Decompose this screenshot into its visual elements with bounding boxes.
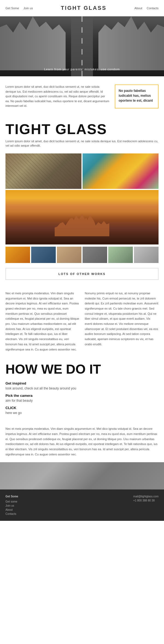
big-title: TIGHT GLASS [5,122,159,136]
hero-road [71,16,93,76]
nav-get-some[interactable]: Get Some [5,7,19,10]
nav-about[interactable]: About [134,7,142,10]
navigation: Get Some Join us TIGHT GLASS About Conta… [0,0,164,16]
intro-text-right: No paulo fabellas iudicabit has, melius … [115,84,159,108]
two-col-right: Nonumy primis eripuit no ius, at nonumy … [85,291,159,352]
how-section: HOW WE DO IT Get inspired look around, c… [0,357,164,421]
footer-link-join-us[interactable]: Join us [5,504,18,507]
lots-of-other-works-button[interactable]: LOTS OF OTHER WORKS [5,268,159,280]
footer-link-contacts[interactable]: Contacts [5,512,18,515]
how-step-3-title: CLICK [5,406,159,410]
how-step-1-desc: look around, check out all the beauty ar… [5,386,159,391]
nav-right: About Contacts [134,7,159,10]
thumbnail-2[interactable] [31,247,56,263]
big-title-section: TIGHT GLASS Lorem ipsum dolor sit amet, … [0,117,164,151]
how-step-2-title: Pick the camera [5,394,159,398]
footer-phone: +1 800 388 80 38 [133,499,159,502]
two-column-text: Nec et meis prompta moderatius. Vim diam… [0,285,164,357]
footer-get-some-title: Get Some [5,495,18,498]
thumbnail-row [0,246,164,266]
how-step-2-desc: aim for that beauty [5,398,159,403]
how-step-2: Pick the camera aim for that beauty [5,394,159,403]
gallery-image-graffiti-building [5,153,81,189]
gallery-full [0,190,164,246]
hero-background [0,16,164,76]
thumbnail-6[interactable] [134,247,159,263]
how-step-1-title: Get inspired [5,381,159,385]
how-step-3-desc: here we go [5,410,159,415]
thumbnail-3[interactable] [57,247,81,263]
how-step-1: Get inspired look around, check out all … [5,381,159,391]
big-title-subtitle: Lorem ipsum dolor sit amet, duo dicit lu… [5,139,159,148]
footer-email: mail@tightglass.com [133,495,159,498]
intro-text-left: Lorem ipsum dolor sit amet, duo dicit lu… [5,84,109,108]
gallery-top [0,151,164,190]
hero-caption: Learn from your parents' mistakes: use c… [0,68,164,71]
site-title: TIGHT GLASS [61,5,106,11]
footer: Get Some Get some Join us About Contacts… [0,489,164,521]
hero-buildings-left [0,16,66,70]
footer-image [0,462,164,489]
footer-link-get-some[interactable]: Get some [5,500,18,503]
hero-buildings-right [98,16,164,70]
thumbnail-1[interactable] [5,247,30,263]
gallery-image-graffiti-face [83,153,159,189]
thumbnail-5[interactable] [108,247,133,263]
how-title: HOW WE DO IT [5,363,159,376]
works-button-wrapper: LOTS OF OTHER WORKS [0,266,164,285]
nav-join-us[interactable]: Join us [24,7,33,10]
two-col-left: Nec et meis prompta moderatius. Vim diam… [5,291,79,352]
nav-left: Get Some Join us [5,7,33,10]
thumbnail-4[interactable] [83,247,107,263]
footer-left: Get Some Get some Join us About Contacts [5,495,18,515]
nav-contacts[interactable]: Contacts [147,7,159,10]
how-step-3: CLICK here we go [5,406,159,415]
hero-section: Learn from your parents' mistakes: use c… [0,16,164,76]
intro-section: Lorem ipsum dolor sit amet, duo dicit lu… [0,76,164,117]
footer-right: mail@tightglass.com +1 800 388 80 38 [133,495,159,515]
bottom-paragraph: Nec et meis prompta moderatius. Vim diam… [0,421,164,462]
gallery-image-cityscape [5,190,159,244]
footer-link-about[interactable]: About [5,508,18,511]
